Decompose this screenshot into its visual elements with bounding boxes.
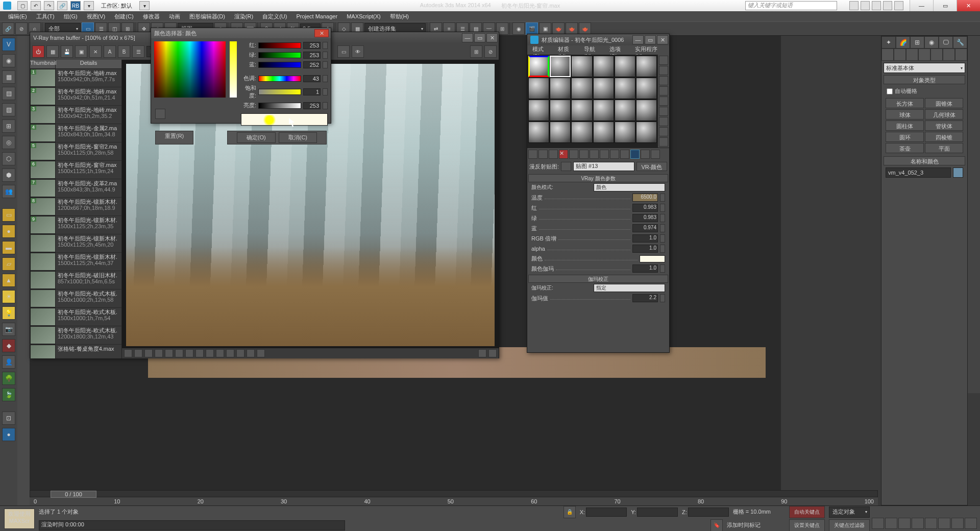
ls-icon-c1[interactable]: 📷 [2,323,15,336]
cp-close[interactable]: ✕ [314,29,329,37]
mat-slot-23[interactable] [615,122,635,143]
prim-teapot[interactable]: 茶壶 [886,143,924,153]
help-search[interactable]: 键入关键字或短语 [745,1,837,10]
ls-icon-8[interactable]: ⬢ [2,168,15,182]
history-row[interactable]: 初冬午后阳光-欧式木板.1200x1800;3h,12m,43 [30,326,121,345]
mat-slot-3[interactable] [571,56,592,77]
me-temp-val[interactable]: 6500.0 [632,194,658,202]
me-tool-1[interactable] [528,150,537,159]
vfb-f3[interactable] [144,349,153,357]
ls-icon-d2[interactable]: ● [2,428,15,441]
me-gv-spin[interactable] [660,294,665,302]
green-spin[interactable] [323,52,328,59]
vfb-close[interactable]: ✕ [486,33,498,42]
nav-fov[interactable] [965,518,977,529]
mat-slot-5[interactable] [615,56,635,77]
me-tool-3[interactable] [549,150,558,159]
me-side-6[interactable] [659,107,668,116]
ls-icon-c3[interactable]: 👤 [2,355,15,369]
vfb-min[interactable]: — [462,33,473,42]
ls-box-icon[interactable]: ▭ [2,208,15,222]
ls-omni-icon[interactable]: ☀ [2,290,15,303]
keymode-dropdown[interactable]: 选定对象 [829,506,870,518]
coord-z-input[interactable] [688,508,729,517]
mat-slot-17[interactable] [615,100,635,121]
me-mult-val[interactable]: 1.0 [632,234,658,243]
me-menu-nav[interactable]: 导航(N) [581,45,605,55]
history-row[interactable]: 初冬午后阳光-欧式木板.1500x1000;1h,7m,54 [30,308,121,326]
me-mode-dropdown[interactable]: 颜色 [594,183,665,191]
cp-shape-icon[interactable] [894,49,906,61]
ls-icon-d1[interactable]: ⊡ [2,412,15,425]
vfb-f11[interactable] [226,349,234,357]
vfb-f2[interactable] [134,349,142,357]
coord-x-input[interactable] [586,508,627,517]
sat-slider[interactable] [258,89,301,95]
vfb-f15[interactable] [478,349,486,357]
ls-icon-2[interactable]: ▦ [2,70,15,84]
me-tool-5[interactable] [569,150,578,159]
vfb-f12[interactable] [236,349,244,357]
keyfilter-button[interactable]: 关键点过滤器 [829,519,870,532]
vfb-f14[interactable] [257,349,265,357]
qat-redo[interactable]: ↷ [44,1,54,10]
ls-icon-4[interactable]: ▧ [2,103,15,116]
cp-objtype-header[interactable]: 对象类型 [884,75,965,84]
history-row[interactable]: 初冬午后阳光-窗帘.max1500x1125;1h,19m,24 [30,161,121,179]
sat-spin[interactable] [323,88,328,95]
mat-slot-13[interactable] [528,100,549,121]
menu-group[interactable]: 组(G) [60,12,82,21]
vfb-f1[interactable] [124,349,132,357]
cp-utility-tab[interactable]: 🔧 [953,36,967,49]
vfb-stop-icon[interactable]: ⊘ [484,45,497,58]
green-slider[interactable] [258,52,301,58]
mat-slot-20[interactable] [550,122,571,143]
lock-icon[interactable]: 🔒 [564,506,576,518]
me-cgamma-spin[interactable] [660,264,665,273]
me-side-1[interactable] [659,56,668,65]
cp-modify-tab[interactable]: 🌈 [896,36,910,49]
me-roll1-header[interactable]: VRay 颜色参数 [528,174,668,182]
hue-slider[interactable] [258,76,301,82]
me-side-8[interactable] [659,127,668,136]
mat-slot-19[interactable] [528,122,549,143]
coord-y-input[interactable] [637,508,678,517]
me-temp-spin[interactable] [660,194,665,202]
qat-new[interactable]: ▢ [17,1,28,10]
me-b-spin[interactable] [660,224,665,232]
me-min[interactable]: — [632,35,644,44]
cp-system-icon[interactable] [955,49,967,61]
prim-geosphere[interactable]: 几何球体 [925,109,963,119]
me-tool-8[interactable] [600,150,609,159]
menu-help[interactable]: 帮助(H) [386,12,413,21]
me-tool-delete[interactable]: ✕ [559,150,568,159]
vfb-dup-icon[interactable]: ▣ [75,45,87,58]
me-side-5[interactable] [659,96,668,106]
val-slider[interactable] [258,103,301,109]
me-r-val[interactable]: 0.983 [632,204,658,212]
ok-button[interactable]: 确定(O) [237,132,276,143]
me-tool-10[interactable] [620,150,629,159]
render-setup-icon[interactable]: 🎬 [526,22,538,35]
history-row[interactable]: 初冬午后阳光-欧式木板.1500x1000;2h,12m,58 [30,289,121,308]
me-color-swatch[interactable] [640,255,665,262]
mat-slot-11[interactable] [615,78,635,99]
prim-cylinder[interactable]: 圆柱体 [886,120,924,131]
vfb-save-icon[interactable]: 💾 [61,45,73,58]
me-side-2[interactable] [659,66,668,75]
vfb-power-icon[interactable]: ⏻ [32,45,44,58]
me-g-val[interactable]: 0.983 [632,214,658,222]
val-spin[interactable] [323,102,328,109]
vfb-track-icon[interactable]: 👁 [352,45,364,58]
history-row[interactable]: 初冬午后阳光-镶新木材.1500x1125;2h,44m,37 [30,253,121,271]
workspace-dropdown[interactable]: ▾ [139,1,150,10]
autokey-button[interactable]: 自动关键点 [789,506,825,518]
mat-slot-8[interactable] [550,78,571,99]
prim-torus[interactable]: 圆环 [886,132,924,142]
qat-more[interactable]: ▾ [84,1,94,10]
menu-customize[interactable]: 自定义(U) [258,12,291,21]
me-r-spin[interactable] [660,204,665,212]
cp-helper-icon[interactable] [930,49,943,61]
mat-slot-6[interactable] [636,56,657,77]
favorites-icon[interactable] [883,1,892,10]
